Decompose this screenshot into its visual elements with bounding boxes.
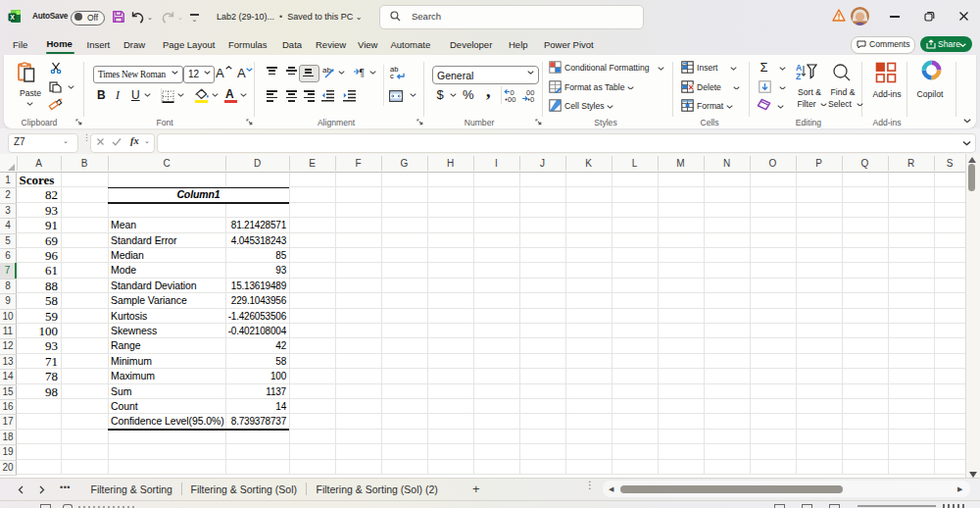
svg-text:00: 00 <box>508 95 515 103</box>
svg-text:¶: ¶ <box>359 68 364 78</box>
svg-text:X: X <box>10 14 15 21</box>
svg-text:Z: Z <box>796 72 801 80</box>
svg-text:0: 0 <box>530 95 534 103</box>
